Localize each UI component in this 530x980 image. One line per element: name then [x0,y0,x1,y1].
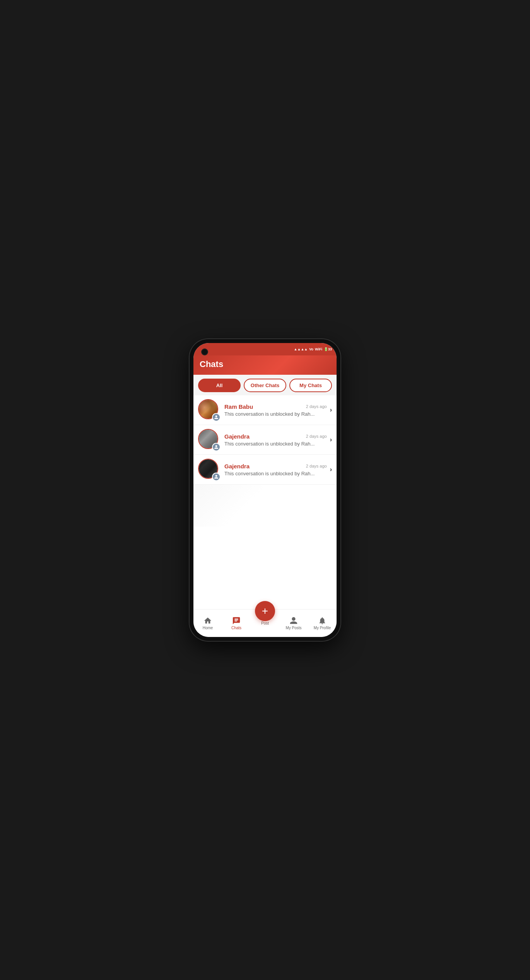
avatar-container-1 [198,399,220,421]
avatar-container-3 [198,459,220,480]
chat-top-2: Gajendra 2 days ago [224,433,327,440]
nav-item-chats[interactable]: Chats [222,616,251,630]
chat-time-1: 2 days ago [306,404,327,409]
chat-arrow-2: › [330,436,332,443]
tab-filter-bar: All Other Chats My Chats [193,375,337,395]
chat-content-1: Ram Babu 2 days ago This conversation is… [224,403,327,417]
bottom-nav: + Home Chats Post [193,609,337,637]
chat-arrow-1: › [330,406,332,413]
my-profile-icon [318,616,327,625]
avatar-container-2 [198,429,220,451]
chat-message-2: This conversation is unblocked by Rah... [224,441,327,447]
header: Chats [193,355,337,375]
phone-screen: ▲▲▲▲ Vo WiFi 🔋33 Chats All Other Chats M… [193,343,337,637]
avatar-sub-2 [212,443,221,451]
tab-other-chats[interactable]: Other Chats [244,379,286,392]
tab-all[interactable]: All [198,379,241,392]
person-icon-2 [214,445,219,449]
nav-label-post: Post [261,621,269,625]
status-bar: ▲▲▲▲ Vo WiFi 🔋33 [193,343,337,355]
avatar-sub-3 [212,473,221,481]
nav-item-my-posts[interactable]: My Posts [279,616,308,630]
nav-label-chats: Chats [231,626,241,630]
my-posts-icon [289,616,298,625]
chat-time-2: 2 days ago [306,434,327,439]
person-icon-1 [214,415,219,420]
person-icon-3 [214,475,219,479]
nav-item-my-profile[interactable]: My Profile [308,616,337,630]
chat-message-3: This conversation is unblocked by Rah... [224,471,327,476]
chat-list: Ram Babu 2 days ago This conversation is… [193,395,337,609]
chat-name-3: Gajendra [224,463,250,470]
nav-label-my-posts: My Posts [286,626,301,630]
wifi-icon: WiFi [315,347,322,351]
nav-item-post-spacer: Post [251,621,279,625]
chats-icon [232,616,241,625]
chat-top-3: Gajendra 2 days ago [224,463,327,470]
chat-name-1: Ram Babu [224,403,253,410]
phone-frame: ▲▲▲▲ Vo WiFi 🔋33 Chats All Other Chats M… [190,339,340,641]
battery-icon: 🔋33 [324,347,332,351]
vo-wifi-text: Vo [309,347,313,351]
nav-label-home: Home [203,626,213,630]
chat-time-3: 2 days ago [306,464,327,468]
home-icon [203,616,212,625]
fab-post-button[interactable]: + [255,601,275,621]
nav-item-home[interactable]: Home [193,616,222,630]
chat-item-ram-babu[interactable]: Ram Babu 2 days ago This conversation is… [193,395,337,425]
status-icons: ▲▲▲▲ Vo WiFi 🔋33 [294,347,332,351]
camera [201,348,208,355]
chat-name-2: Gajendra [224,433,250,440]
page-title: Chats [200,359,330,369]
tab-my-chats[interactable]: My Chats [289,379,332,392]
chat-content-3: Gajendra 2 days ago This conversation is… [224,463,327,476]
chat-item-gajendra-2[interactable]: Gajendra 2 days ago This conversation is… [193,455,337,485]
avatar-sub-1 [212,413,221,422]
chat-item-gajendra-1[interactable]: Gajendra 2 days ago This conversation is… [193,425,337,455]
chat-arrow-3: › [330,466,332,473]
chat-content-2: Gajendra 2 days ago This conversation is… [224,433,327,447]
chat-top-1: Ram Babu 2 days ago [224,403,327,410]
signal-icon: ▲▲▲▲ [294,347,308,351]
chat-message-1: This conversation is unblocked by Rah... [224,411,327,417]
nav-label-my-profile: My Profile [314,626,331,630]
fab-plus-icon: + [262,605,268,617]
